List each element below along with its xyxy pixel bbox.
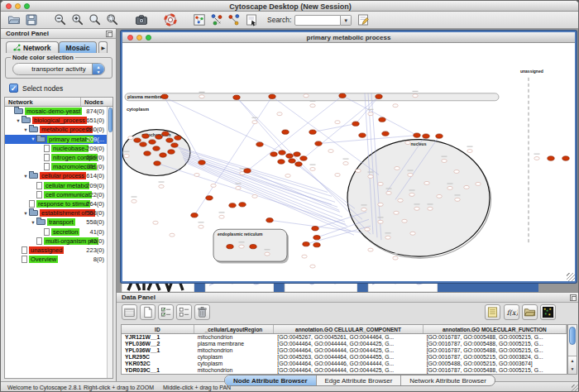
graph-node[interactable] bbox=[159, 184, 164, 188]
network-canvas[interactable]: plasma membranecytoplasmmitochondrionnuc… bbox=[122, 43, 575, 281]
tree-row[interactable]: ▼primary metabo209(... bbox=[5, 135, 112, 144]
tree-row[interactable]: mosaic-demo-yeast874(0) bbox=[5, 107, 112, 116]
table-scrollbar-thumb[interactable] bbox=[569, 327, 576, 345]
graph-node[interactable] bbox=[365, 227, 370, 231]
table-row[interactable]: YPL036W__1mitochondrion[GO:0044464, GO:0… bbox=[122, 347, 567, 354]
graph-node-highlighted[interactable] bbox=[175, 136, 181, 140]
graph-node[interactable] bbox=[395, 166, 400, 170]
graph-node-highlighted[interactable] bbox=[300, 156, 307, 160]
graph-node[interactable] bbox=[476, 182, 481, 185]
undock-icon[interactable] bbox=[570, 294, 577, 301]
graph-node-highlighted[interactable] bbox=[315, 141, 322, 146]
zoom-out-icon[interactable] bbox=[52, 12, 68, 28]
expand-arrow-icon[interactable]: ▼ bbox=[22, 127, 29, 132]
network-window-resize-grip[interactable] bbox=[567, 273, 575, 281]
graph-node-highlighted[interactable] bbox=[206, 196, 213, 200]
graph-node[interactable] bbox=[414, 207, 419, 210]
table-row[interactable]: YPL036W__2plasma membrane[GO:0044464, GO… bbox=[122, 341, 567, 347]
graph-node[interactable] bbox=[236, 186, 241, 189]
unselect-attributes-icon[interactable] bbox=[176, 304, 192, 320]
graph-node[interactable] bbox=[378, 220, 383, 223]
graph-node[interactable] bbox=[455, 198, 460, 201]
layout-nodes-icon[interactable] bbox=[208, 12, 224, 28]
graph-node-highlighted[interactable] bbox=[359, 133, 366, 137]
tab-mosaic[interactable]: Mosaic bbox=[59, 41, 98, 53]
column-header[interactable]: ID bbox=[122, 325, 194, 333]
graph-node[interactable] bbox=[368, 112, 373, 116]
column-header[interactable]: annotation.GO MOLECULAR_FUNCTION bbox=[423, 325, 567, 333]
create-attribute-icon[interactable] bbox=[140, 304, 156, 320]
graph-node[interactable] bbox=[304, 94, 309, 98]
table-row[interactable]: YLR295Ccytoplasm[GO:0045263, GO:0044464,… bbox=[122, 354, 567, 361]
tree-scrollbar[interactable] bbox=[107, 107, 112, 378]
tab-node-attribute-browser[interactable]: Node Attribute Browser bbox=[225, 375, 317, 385]
table-row[interactable]: YKR052Ccytoplasm[GO:0044464, GO:0044446,… bbox=[122, 361, 567, 367]
zoom-fit-icon[interactable] bbox=[87, 12, 103, 28]
expand-arrow-icon[interactable]: ▼ bbox=[30, 136, 36, 141]
graph-node-highlighted[interactable] bbox=[286, 154, 293, 158]
graph-node-highlighted[interactable] bbox=[289, 159, 295, 163]
graph-node[interactable] bbox=[424, 181, 429, 184]
graph-node[interactable] bbox=[199, 95, 204, 98]
tree-row[interactable]: ▼biological_process651(0) bbox=[5, 116, 112, 125]
graph-node[interactable] bbox=[252, 194, 257, 198]
graph-node[interactable] bbox=[464, 185, 469, 189]
column-header[interactable]: _cellularLayoutRegion bbox=[194, 325, 275, 333]
graph-node-highlighted[interactable] bbox=[166, 138, 173, 142]
layout-edges-icon[interactable] bbox=[226, 12, 242, 28]
network-window-titlebar[interactable]: primary metabolic process bbox=[122, 32, 575, 43]
attribute-matrix-icon[interactable] bbox=[540, 304, 556, 320]
graph-node[interactable] bbox=[437, 194, 442, 198]
graph-node[interactable] bbox=[394, 211, 399, 214]
help-icon[interactable] bbox=[162, 12, 178, 28]
attribute-notes-icon[interactable] bbox=[485, 304, 500, 320]
nodes-column-header[interactable]: Nodes bbox=[81, 98, 112, 106]
graph-node[interactable] bbox=[343, 162, 348, 165]
graph-node[interactable] bbox=[239, 245, 244, 248]
app-resize-grip[interactable] bbox=[572, 385, 579, 392]
graph-node-highlighted[interactable] bbox=[250, 244, 256, 248]
tab-network-attribute-browser[interactable]: Network Attribute Browser bbox=[401, 375, 494, 385]
graph-node[interactable] bbox=[199, 225, 203, 228]
delete-attribute-icon[interactable] bbox=[194, 304, 210, 320]
graph-node-highlighted[interactable] bbox=[199, 160, 205, 165]
graph-node[interactable] bbox=[409, 193, 414, 196]
graph-node[interactable] bbox=[428, 207, 433, 210]
table-scrollbar-arrows[interactable]: ▲▼ bbox=[568, 356, 577, 374]
graph-node-highlighted[interactable] bbox=[161, 94, 168, 98]
graph-node-highlighted[interactable] bbox=[239, 203, 246, 207]
graph-node-highlighted[interactable] bbox=[303, 241, 309, 246]
annotation-tool-icon[interactable] bbox=[243, 12, 259, 28]
graph-node[interactable] bbox=[153, 221, 158, 224]
tab-network[interactable]: Network bbox=[6, 41, 59, 53]
graph-node-highlighted[interactable] bbox=[233, 95, 240, 99]
tree-row[interactable]: cellular metabo209(0) bbox=[5, 181, 112, 190]
tree-row[interactable]: multi-organism pro42(0) bbox=[5, 237, 112, 246]
graph-node-highlighted[interactable] bbox=[154, 161, 160, 165]
graph-node-highlighted[interactable] bbox=[156, 135, 162, 139]
graph-node-highlighted[interactable] bbox=[168, 150, 175, 154]
tree-row[interactable]: secretion41(0) bbox=[5, 227, 112, 236]
graph-node-highlighted[interactable] bbox=[149, 140, 156, 144]
expand-arrow-icon[interactable]: ▼ bbox=[15, 118, 22, 123]
graph-node-highlighted[interactable] bbox=[270, 152, 277, 156]
graph-node[interactable] bbox=[219, 215, 224, 218]
graph-node[interactable] bbox=[368, 248, 373, 251]
graph-node[interactable] bbox=[335, 121, 340, 124]
tab-edge-attribute-browser[interactable]: Edge Attribute Browser bbox=[317, 375, 402, 385]
configure-search-icon[interactable] bbox=[355, 12, 371, 28]
tab-overflow-button[interactable]: ▶ bbox=[98, 41, 108, 53]
column-settings-icon[interactable] bbox=[122, 304, 137, 320]
graph-node[interactable] bbox=[398, 198, 403, 202]
graph-node[interactable] bbox=[405, 141, 410, 145]
graph-node-highlighted[interactable] bbox=[142, 134, 149, 138]
graph-node-highlighted[interactable] bbox=[295, 162, 302, 166]
graph-node-highlighted[interactable] bbox=[313, 242, 320, 246]
select-attributes-icon[interactable] bbox=[158, 304, 174, 320]
tree-row[interactable]: macromolecule311(0) bbox=[5, 162, 112, 171]
open-session-icon[interactable] bbox=[6, 12, 22, 28]
function-builder-icon[interactable]: f(x) bbox=[504, 304, 519, 320]
tree-row[interactable]: cell communicat22(0) bbox=[5, 190, 112, 199]
graph-node[interactable] bbox=[302, 255, 307, 258]
tree-row[interactable]: ▼transport558(0) bbox=[5, 218, 112, 227]
